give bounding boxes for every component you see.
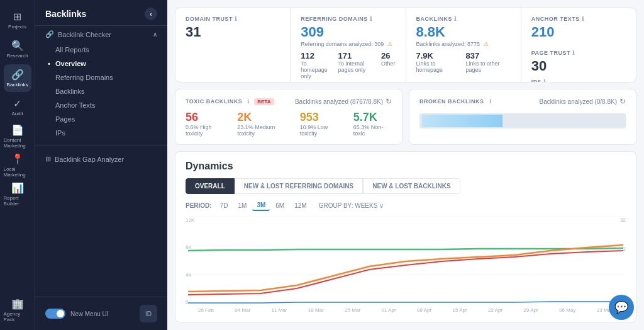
sidebar-collapse-btn[interactable]: ‹	[145, 8, 157, 20]
tab-overall[interactable]: OVERALL	[186, 178, 235, 194]
page-trust-info[interactable]: ℹ	[572, 50, 575, 56]
left-nav-local[interactable]: 📍Local Marketing	[4, 151, 31, 179]
referring-domains-value: 309	[301, 25, 395, 40]
toxic-medium: 2K 23.1% Medium toxicity	[237, 111, 289, 137]
backlinks-label: BACKLINKS ℹ	[416, 16, 511, 22]
sidebar-bottom: New Menu UI ID	[35, 297, 167, 330]
toxic-analyzed: Backlinks analyzed (8767/8.8K) ↻	[295, 97, 392, 106]
left-nav-audit[interactable]: ✓Audit	[4, 93, 31, 121]
user-id-button[interactable]: ID	[140, 305, 157, 322]
sidebar-all-reports[interactable]: All Reports	[35, 43, 167, 57]
left-nav-content[interactable]: 📄Content Marketing	[4, 122, 31, 150]
period-7d[interactable]: 7D	[216, 201, 233, 210]
sidebar-section: 🔗 Backlink Checker ∧ All Reports Overvie…	[35, 26, 167, 297]
refresh-icon[interactable]: ↻	[386, 97, 392, 106]
referring-domains-info[interactable]: ℹ	[370, 16, 372, 22]
chat-button[interactable]: 💬	[609, 295, 634, 320]
anchor-texts-value: 210	[531, 25, 626, 40]
rd-other: 26 Other	[381, 51, 396, 79]
backlinks-card: BACKLINKS ℹ 8.8K Backlinks analyzed: 877…	[406, 8, 521, 82]
toxic-low: 953 10.9% Low toxicity	[300, 111, 343, 137]
gap-icon: ⊞	[45, 155, 51, 163]
referring-domains-breakdown: 112 To homepage only 171 To internal pag…	[301, 51, 395, 79]
group-by-selector[interactable]: GROUP BY: WEEKS ∨	[319, 202, 384, 209]
sidebar-backlink-gap[interactable]: ⊞ Backlink Gap Analyzer	[35, 151, 167, 168]
dynamics-title: Dynamics	[186, 161, 626, 172]
bl-homepage: 7.9K Links to homepage	[416, 51, 458, 73]
chart-y-labels-right: 32 31.2 29.6	[616, 216, 626, 306]
sidebar-overview[interactable]: Overview	[35, 57, 167, 71]
report-icon: 📊	[11, 182, 24, 194]
left-navigation: ⊞Projects🔍Research🔗Backlinks✓Audit📄Conte…	[0, 0, 35, 330]
left-nav-agency[interactable]: 🏢Agency Pack	[4, 296, 31, 324]
page-trust-label: PAGE TRUST ℹ	[531, 50, 626, 56]
toxic-info[interactable]: ℹ	[247, 98, 249, 105]
sidebar-referring-domains[interactable]: Referring Domains	[35, 71, 167, 84]
backlinks-value: 8.8K	[416, 25, 511, 40]
period-6m[interactable]: 6M	[271, 201, 289, 210]
period-1m[interactable]: 1M	[233, 201, 251, 210]
left-nav-backlinks[interactable]: 🔗Backlinks	[4, 64, 31, 92]
toxic-title: TOXIC BACKLINKS	[186, 98, 242, 105]
referring-domains-card: REFERRING DOMAINS ℹ 309 Referring domain…	[291, 8, 406, 82]
ips-info[interactable]: ℹ	[543, 79, 546, 82]
dynamics-chart	[188, 216, 623, 304]
new-menu-toggle[interactable]	[45, 309, 65, 319]
ips-section: IPS ℹ 247	[531, 79, 626, 82]
ips-label: IPS ℹ	[531, 79, 626, 82]
sidebar-ips[interactable]: IPs	[35, 126, 167, 140]
dynamics-card: Dynamics OVERALL NEW & LOST REFERRING DO…	[175, 151, 636, 322]
anchor-ips-card: ANCHOR TEXTS ℹ 210 PAGE TRUST ℹ 30 IPS	[521, 8, 636, 82]
toxic-nontoxic: 5.7K 65.3% Non-toxic	[353, 111, 392, 137]
sidebar: Backlinks ‹ 🔗 Backlink Checker ∧ All Rep…	[35, 0, 167, 330]
sidebar-anchor-texts[interactable]: Anchor Texts	[35, 98, 167, 112]
sidebar-backlink-checker[interactable]: 🔗 Backlink Checker ∧	[35, 26, 167, 43]
referring-domains-label: REFERRING DOMAINS ℹ	[301, 16, 395, 22]
projects-icon: ⊞	[13, 11, 21, 23]
referring-domains-sub: Referring domains analyzed: 309 ⚠	[301, 41, 395, 47]
sidebar-title: Backlinks	[45, 9, 86, 19]
research-icon: 🔍	[11, 40, 24, 52]
backlinks-icon: 🔗	[11, 69, 24, 81]
sidebar-backlinks[interactable]: Backlinks	[35, 84, 167, 98]
tab-new-lost-referring[interactable]: NEW & LOST REFERRING DOMAINS	[235, 178, 363, 194]
dynamics-tabs: OVERALL NEW & LOST REFERRING DOMAINS NEW…	[186, 178, 626, 194]
domain-trust-value: 31	[186, 25, 280, 40]
toxic-header: TOXIC BACKLINKS ℹ BETA Backlinks analyze…	[186, 97, 392, 106]
domain-trust-label: DOMAIN TRUST ℹ	[186, 16, 280, 22]
toggle-label: New Menu UI	[70, 310, 109, 317]
anchor-texts-label: ANCHOR TEXTS ℹ	[531, 16, 626, 22]
local-icon: 📍	[11, 153, 24, 165]
bl-other: 837 Links to other pages	[465, 51, 510, 73]
left-nav-report[interactable]: 📊Report Builder	[4, 180, 31, 208]
domain-trust-info[interactable]: ℹ	[235, 16, 237, 22]
anchor-texts-section: ANCHOR TEXTS ℹ 210	[531, 16, 626, 40]
main-content-area: DOMAIN TRUST ℹ 31 REFERRING DOMAINS ℹ 30…	[167, 0, 644, 330]
period-12m[interactable]: 12M	[290, 201, 311, 210]
chart-wrapper: 12K 8K 4K 0	[186, 216, 626, 306]
audit-icon: ✓	[13, 98, 21, 110]
broken-refresh-icon[interactable]: ↻	[619, 97, 626, 106]
agency-icon: 🏢	[11, 298, 24, 310]
sidebar-pages[interactable]: Pages	[35, 112, 167, 126]
left-nav-research[interactable]: 🔍Research	[4, 35, 31, 63]
backlinks-warning: ⚠	[484, 41, 489, 47]
content-icon: 📄	[11, 124, 24, 136]
broken-header: BROKEN BACKLINKS ℹ Backlinks analyzed (0…	[419, 97, 626, 106]
left-nav-projects[interactable]: ⊞Projects	[4, 6, 31, 34]
backlinks-breakdown: 7.9K Links to homepage 837 Links to othe…	[416, 51, 511, 73]
link-icon: 🔗	[45, 30, 54, 38]
anchor-texts-info[interactable]: ℹ	[582, 16, 584, 22]
stats-row-top: DOMAIN TRUST ℹ 31 REFERRING DOMAINS ℹ 30…	[175, 8, 636, 82]
broken-analyzed: Backlinks analyzed (0/8.8K) ↻	[540, 97, 626, 106]
tab-new-lost-backlinks[interactable]: NEW & LOST BACKLINKS	[363, 178, 460, 194]
chart-x-labels: 26 Feb 04 Mar 11 Mar 18 Mar 25 Mar 01 Ap…	[186, 307, 626, 313]
sidebar-header: Backlinks ‹	[35, 0, 167, 26]
broken-info[interactable]: ℹ	[489, 98, 491, 105]
period-3m[interactable]: 3M	[252, 200, 270, 211]
domain-trust-card: DOMAIN TRUST ℹ 31	[175, 8, 291, 82]
toxic-high: 56 0.6% High toxicity	[186, 111, 227, 137]
secondary-stats-row: TOXIC BACKLINKS ℹ BETA Backlinks analyze…	[175, 89, 636, 145]
backlinks-info[interactable]: ℹ	[454, 16, 457, 22]
chart-area	[188, 216, 623, 306]
